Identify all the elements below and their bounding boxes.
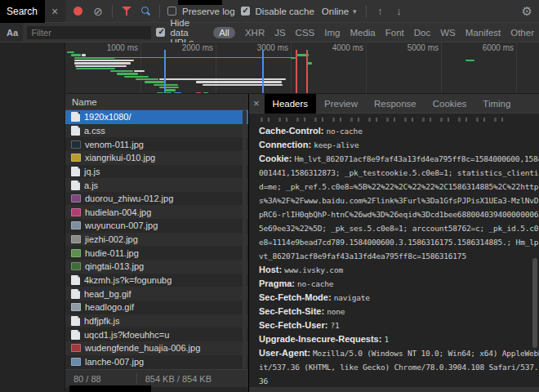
waterfall-bar bbox=[159, 78, 286, 80]
search-controls: Aa .* ↻ ⊘ bbox=[0, 23, 23, 42]
table-row[interactable]: venom-011.jpg bbox=[65, 137, 248, 151]
import-har-icon[interactable]: ↑ bbox=[374, 5, 387, 18]
table-row[interactable]: jq.js bbox=[65, 165, 248, 179]
filter-pill-all[interactable]: All bbox=[213, 27, 235, 38]
table-row[interactable]: hdfjpfk.js bbox=[65, 314, 248, 328]
header-line: User-Agent: Mozilla/5.0 (Windows NT 10.0… bbox=[259, 346, 539, 360]
request-name: venom-011.jpg bbox=[85, 140, 144, 149]
hide-data-urls-checkbox[interactable] bbox=[156, 28, 165, 37]
waterfall-bar bbox=[82, 54, 86, 56]
filter-pill-media[interactable]: Media bbox=[350, 28, 375, 38]
request-name: headlogo.gif bbox=[85, 302, 134, 312]
waterfall-bar bbox=[203, 84, 283, 86]
list-scrollbar[interactable] bbox=[243, 110, 247, 369]
image-thumbnail-icon bbox=[71, 358, 81, 366]
tab-response[interactable]: Response bbox=[366, 94, 425, 114]
resource-type-filters: AllXHRJSCSSImgMediaFontDocWSManifestOthe… bbox=[213, 27, 534, 38]
table-row[interactable]: hudie-011.jpg bbox=[65, 246, 248, 260]
load-event-marker bbox=[296, 50, 297, 93]
header-value: Mozilla/5.0 (Windows NT 10.0; Win64; x64… bbox=[313, 349, 539, 358]
header-line: Sec-Fetch-Mode: navigate bbox=[259, 291, 539, 305]
timeline-overview[interactable]: 1000 ms2000 ms3000 ms4000 ms5000 ms6000 … bbox=[65, 42, 539, 94]
filter-pill-font[interactable]: Font bbox=[385, 28, 404, 38]
table-row[interactable]: 4kzmh.js?k=fogunubg bbox=[65, 274, 248, 287]
table-row[interactable]: lanche-007.jpg bbox=[65, 355, 248, 369]
file-icon bbox=[71, 316, 80, 326]
filter-pill-css[interactable]: CSS bbox=[296, 28, 315, 38]
request-name: jiezhi-002.jpg bbox=[85, 234, 138, 244]
filter-funnel-icon[interactable] bbox=[120, 5, 133, 18]
header-line: vt_862071acf8e9faf43a13fd4ea795ff8c=1586… bbox=[259, 249, 539, 263]
ruler-tick-label: 2000 ms bbox=[167, 43, 213, 52]
filter-pill-ws[interactable]: WS bbox=[440, 28, 456, 38]
ruler-tick-label: 3000 ms bbox=[242, 43, 288, 52]
record-icon[interactable] bbox=[74, 7, 82, 16]
table-row[interactable]: headlogo.gif bbox=[65, 301, 248, 314]
tab-search[interactable]: Search bbox=[0, 0, 45, 23]
clear-icon[interactable]: ⊘ bbox=[91, 5, 105, 18]
table-row[interactable]: head_bg.gif bbox=[65, 287, 248, 301]
table-row[interactable]: a.js bbox=[65, 178, 248, 192]
filter-pill-doc[interactable]: Doc bbox=[414, 28, 430, 38]
filter-pill-xhr[interactable]: XHR bbox=[245, 28, 265, 38]
gear-icon[interactable]: ⚙ bbox=[522, 4, 532, 19]
header-line: d=me; _pk_ref.5.c0e8=%5B%22%22%2C%22%22%… bbox=[259, 180, 539, 194]
match-case-toggle[interactable]: Aa bbox=[7, 28, 18, 38]
transferred-size: 854 KB / 854 KB transferred bbox=[136, 373, 248, 385]
search-pane-header: Search × bbox=[0, 0, 65, 23]
table-row[interactable]: a.css bbox=[65, 124, 248, 138]
image-thumbnail-icon bbox=[71, 154, 81, 162]
tab-preview[interactable]: Preview bbox=[316, 94, 366, 114]
table-row[interactable]: jiezhi-002.jpg bbox=[65, 233, 248, 247]
load-event-marker bbox=[306, 50, 308, 93]
search-icon[interactable] bbox=[139, 5, 152, 18]
header-value: navigate bbox=[334, 293, 370, 302]
export-har-icon[interactable]: ↓ bbox=[393, 5, 406, 18]
ruler-tick-label: 4000 ms bbox=[317, 43, 363, 52]
waterfall-bar bbox=[134, 70, 145, 72]
name-column-header[interactable]: Name bbox=[65, 94, 248, 110]
tab-cookies[interactable]: Cookies bbox=[425, 94, 475, 114]
preserve-log-checkbox[interactable] bbox=[167, 7, 176, 16]
table-row[interactable]: xiangrikui-010.jpg bbox=[65, 151, 248, 165]
table-row[interactable]: uqcd1.js?kfoeuhhc=u bbox=[65, 327, 248, 341]
close-details-icon[interactable]: × bbox=[249, 97, 265, 109]
table-row[interactable]: 1920x1080/ bbox=[65, 110, 248, 124]
header-line: Sec-Fetch-User: ?1 bbox=[259, 318, 539, 332]
preserve-log-label[interactable]: Preserve log bbox=[182, 7, 235, 16]
header-name: Cache-Control: bbox=[259, 126, 327, 136]
waterfall-bar bbox=[159, 87, 179, 88]
details-scrollbar[interactable] bbox=[532, 258, 537, 348]
disable-cache-label[interactable]: Disable cache bbox=[256, 7, 314, 16]
file-icon bbox=[71, 275, 80, 285]
header-line: pRC6-rlIH0qbQhP-htnC%26wd%3D%26eqid%3Dcd… bbox=[259, 207, 539, 221]
table-row[interactable]: wudengfende_huajia-006.jpg bbox=[65, 341, 248, 355]
request-name: xiangrikui-010.jpg bbox=[85, 153, 155, 163]
waterfall-bar bbox=[74, 62, 131, 64]
throttling-dropdown[interactable]: Online ▾ bbox=[320, 7, 359, 16]
document-icon bbox=[71, 112, 80, 122]
tab-timing[interactable]: Timing bbox=[474, 94, 519, 114]
request-name: hudielan-004.jpg bbox=[85, 207, 151, 217]
window-artifact-top bbox=[178, 0, 222, 5]
file-icon bbox=[71, 126, 80, 136]
close-icon[interactable]: × bbox=[51, 5, 58, 18]
waterfall-bar bbox=[145, 81, 164, 82]
filter-pill-manifest[interactable]: Manifest bbox=[466, 28, 501, 38]
tab-headers[interactable]: Headers bbox=[265, 94, 316, 114]
file-icon bbox=[71, 289, 80, 299]
filter-input[interactable] bbox=[27, 26, 151, 39]
table-row[interactable]: hudielan-004.jpg bbox=[65, 205, 248, 219]
filter-pill-other[interactable]: Other bbox=[510, 28, 534, 38]
header-line: Connection: keep-alive bbox=[259, 138, 539, 152]
filter-pill-js[interactable]: JS bbox=[274, 28, 285, 38]
table-row[interactable]: wuyuncun-007.jpg bbox=[65, 219, 248, 233]
request-name: 1920x1080/ bbox=[84, 112, 131, 122]
table-row[interactable]: duorou_zhiwu-012.jpg bbox=[65, 192, 248, 206]
disable-cache-checkbox[interactable] bbox=[241, 7, 250, 16]
second-toolbar: Aa .* ↻ ⊘ Hide data URLs AllXHRJSCSSImgM… bbox=[0, 23, 539, 42]
domcontentloaded-marker bbox=[164, 50, 166, 93]
clipped-header-line bbox=[261, 118, 506, 122]
table-row[interactable]: qingtai-013.jpg bbox=[65, 260, 248, 274]
filter-pill-img[interactable]: Img bbox=[324, 28, 340, 38]
